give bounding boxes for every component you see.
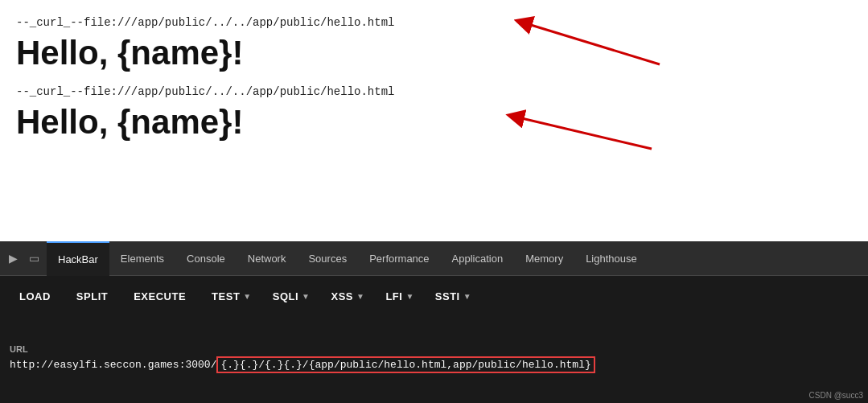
hello-heading-2: Hello, {name}!: [16, 103, 852, 142]
devtools-icons: ▶ ▭: [0, 250, 47, 266]
devtools-tab-bar: ▶ ▭ HackBar Elements Console Network Sou…: [0, 241, 868, 276]
ssti-dropdown-button[interactable]: SSTI ▼: [424, 286, 478, 307]
execute-button[interactable]: EXECUTE: [122, 286, 197, 307]
url-prefix: http://easylfi.seccon.games:3000/: [10, 359, 216, 371]
curl-text-1: --_curl_--file:///app/public/../../app/p…: [16, 16, 852, 29]
tab-memory[interactable]: Memory: [514, 241, 574, 276]
xss-dropdown-button[interactable]: XSS ▼: [319, 286, 371, 307]
url-highlighted-part: {.}{.}/{.}{.}/{app/public/hello.html,app…: [216, 356, 594, 373]
url-label: URL: [10, 344, 858, 354]
tab-hackbar[interactable]: HackBar: [47, 241, 109, 276]
tab-application[interactable]: Application: [441, 241, 515, 276]
browser-content: --_curl_--file:///app/public/../../app/p…: [0, 0, 868, 241]
csdn-watermark: CSDN @succ3: [809, 391, 863, 400]
tab-console[interactable]: Console: [175, 241, 237, 276]
tab-elements[interactable]: Elements: [109, 241, 175, 276]
url-value-container: http://easylfi.seccon.games:3000/ {.}{.}…: [10, 356, 858, 373]
curl-text-2: --_curl_--file:///app/public/../../app/p…: [16, 85, 852, 98]
ssti-dropdown-arrow: ▼: [463, 292, 471, 301]
devtools-panel: ▶ ▭ HackBar Elements Console Network Sou…: [0, 241, 868, 403]
hackbar-toolbar: LOAD SPLIT EXECUTE TEST ▼ SQLI ▼ XSS ▼ L…: [0, 276, 868, 316]
lfi-dropdown-arrow: ▼: [405, 292, 413, 301]
cursor-icon[interactable]: ▶: [5, 250, 21, 266]
test-dropdown-arrow: ▼: [243, 292, 251, 301]
tab-network[interactable]: Network: [237, 241, 298, 276]
xss-dropdown-arrow: ▼: [356, 292, 364, 301]
hello-heading-1: Hello, {name}!: [16, 34, 852, 72]
tab-sources[interactable]: Sources: [297, 241, 358, 276]
split-button[interactable]: SPLIT: [65, 286, 119, 307]
url-bar: URL http://easylfi.seccon.games:3000/ {.…: [0, 316, 868, 403]
test-dropdown-button[interactable]: TEST ▼: [200, 286, 258, 307]
device-icon[interactable]: ▭: [26, 250, 42, 266]
load-button[interactable]: LOAD: [8, 286, 62, 307]
sqli-dropdown-arrow: ▼: [302, 292, 310, 301]
lfi-dropdown-button[interactable]: LFI ▼: [374, 286, 420, 307]
sqli-dropdown-button[interactable]: SQLI ▼: [261, 286, 317, 307]
tab-lighthouse[interactable]: Lighthouse: [574, 241, 648, 276]
tab-performance[interactable]: Performance: [358, 241, 440, 276]
